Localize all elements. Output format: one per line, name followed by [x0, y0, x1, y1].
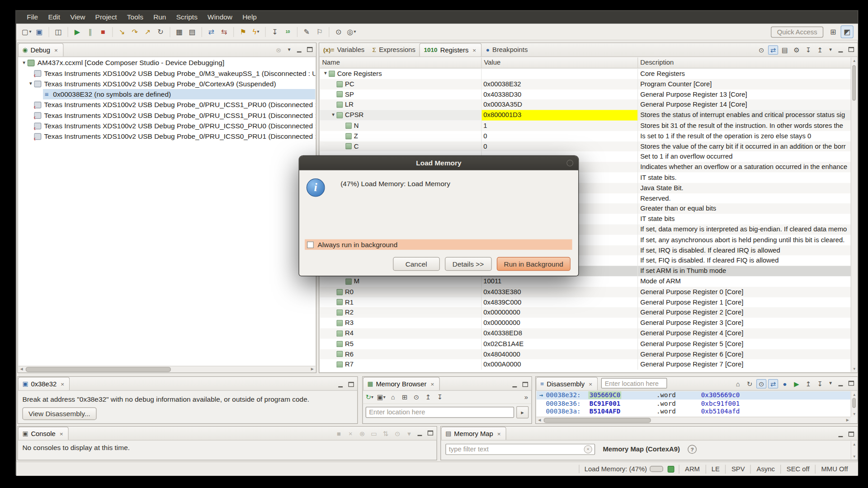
maximize-icon[interactable] [305, 47, 314, 54]
register-row[interactable]: ▼Core RegistersCore Registers [320, 69, 857, 79]
register-row[interactable]: R70x000A0000General Purpose Register 7 [… [320, 359, 857, 370]
registers-vertical-scrollbar[interactable]: ▲ ▼ [851, 57, 857, 372]
menu-item-scripts[interactable]: Scripts [171, 12, 203, 23]
column-description[interactable]: Description [638, 57, 857, 68]
search-icon[interactable]: ⊙ [333, 26, 344, 38]
run-in-background-button[interactable]: Run in Background [496, 257, 570, 271]
maximize-icon[interactable] [847, 431, 855, 438]
maximize-icon[interactable] [426, 430, 434, 437]
scroll-left-icon[interactable]: ◀ [537, 417, 543, 423]
home-icon[interactable]: ⌂ [388, 392, 398, 402]
register-row[interactable]: SP0x40338D30General Purpose Register 13 … [320, 89, 857, 100]
close-icon[interactable] [587, 381, 594, 387]
expander-icon[interactable]: ▼ [330, 110, 337, 121]
expander-icon[interactable]: ▼ [28, 81, 34, 86]
tab-console[interactable]: ▣ Console [18, 427, 69, 440]
register-row[interactable]: R20x00000000General Purpose Register 2 [… [320, 307, 857, 318]
register-row[interactable]: R50x02CB1A4EGeneral Purpose Register 5 [… [320, 338, 857, 349]
register-row[interactable]: LR0x0003A35DGeneral Purpose Register 14 … [320, 100, 857, 110]
maximize-icon[interactable] [847, 47, 855, 54]
scroll-up-icon[interactable]: ▲ [851, 391, 858, 397]
register-row[interactable]: R40x40338ED8General Purpose Register 4 [… [320, 328, 857, 338]
terminate-icon[interactable]: ■ [334, 429, 344, 438]
minimize-icon[interactable] [837, 431, 845, 438]
debug-horizontal-scrollbar[interactable]: ◀ ▶ [19, 366, 316, 372]
external-tools-icon[interactable]: ◎▾ [345, 26, 357, 38]
tab-breakpoints[interactable]: ●Breakpoints [482, 43, 532, 56]
scroll-thumb[interactable] [26, 367, 171, 372]
registers-grid-icon[interactable]: ▦ [174, 26, 185, 38]
link-debug-icon[interactable]: ⇄ [768, 45, 778, 55]
progress-bar[interactable] [650, 466, 663, 472]
expand-icon[interactable]: ↧ [815, 379, 825, 389]
debug-tree-row[interactable]: Texas Instruments XDS100v2 USB Debug Pro… [19, 131, 316, 141]
register-row[interactable]: C0Stores the value of the carry bit if i… [320, 141, 857, 152]
scroll-up-icon[interactable]: ▲ [851, 441, 858, 447]
maximize-icon[interactable] [347, 381, 355, 389]
debug-tree-row[interactable]: Texas Instruments XDS100v2 USB Debug Pro… [19, 110, 316, 120]
remove-launch-icon[interactable]: × [345, 429, 355, 438]
tab-disassembly[interactable]: ≡ Disassembly [536, 377, 598, 390]
view-disassembly-button[interactable]: View Disassembly... [22, 407, 96, 420]
scroll-left-icon[interactable]: ◀ [19, 366, 25, 372]
pin-view-icon[interactable]: ⊙ [756, 45, 766, 55]
binary-icon[interactable]: 10 [282, 26, 294, 38]
register-row[interactable]: R00x4033E380General Purpose Register 0 [… [320, 286, 857, 297]
disassembly-line[interactable]: 00038e36:BC91F001.word0xbc91f001 [537, 399, 851, 408]
export-icon[interactable]: ↥ [815, 45, 825, 55]
minimize-icon[interactable] [837, 380, 845, 387]
always-run-checkbox[interactable] [307, 241, 314, 248]
disassembly-line[interactable]: →00038e32:305669C0.word0x305669c0 [537, 391, 851, 399]
disassembly-line[interactable]: 00038e3a:B5104AFD.word0xb5104afd [537, 408, 851, 416]
import-icon[interactable]: ↧ [803, 45, 813, 55]
disassembly-vertical-scrollbar[interactable]: ▲ ▼ [851, 391, 857, 417]
terminate-icon[interactable]: ■ [97, 26, 109, 38]
tab-0x38e32[interactable]: ▣ 0x38e32 [18, 377, 70, 390]
register-row[interactable]: M10011Mode of ARM [320, 276, 857, 286]
close-icon[interactable] [472, 47, 478, 53]
new-wizard-icon-dropdown[interactable]: ▾ [29, 29, 31, 34]
close-icon[interactable] [496, 431, 502, 436]
cancel-button[interactable]: Cancel [393, 257, 440, 271]
remove-all-launches-icon[interactable]: ⊗ [357, 429, 367, 438]
tab-debug[interactable]: ◉ Debug [18, 43, 64, 56]
gear-icon[interactable]: ⚙ [792, 45, 802, 55]
pin-console-icon[interactable]: ⊙ [392, 429, 402, 438]
suspend-icon[interactable]: ∥ [84, 26, 96, 38]
link-with-debug-icon[interactable]: ⇄ [768, 379, 778, 389]
menu-item-project[interactable]: Project [90, 12, 122, 23]
run-to-line-icon[interactable]: ▶ [792, 379, 802, 389]
resume-icon[interactable]: ▶ [71, 26, 83, 38]
scroll-thumb[interactable] [852, 65, 855, 100]
menu-item-run[interactable]: Run [148, 12, 171, 23]
toolbar-overflow-icon[interactable] [524, 393, 530, 401]
tab-registers[interactable]: 1010Registers [420, 43, 482, 56]
always-run-in-background-row[interactable]: Always run in background [305, 239, 572, 250]
step-return-icon[interactable]: ↗ [142, 26, 154, 38]
close-icon[interactable] [59, 381, 66, 387]
debug-monitor-icon[interactable]: ◫ [52, 26, 64, 38]
clear-console-icon[interactable]: ▭ [369, 429, 379, 438]
minimize-icon[interactable] [337, 381, 345, 389]
disassembly-location-input[interactable] [601, 378, 667, 389]
close-icon[interactable] [53, 47, 59, 53]
memory-map-scrollbar[interactable]: ▲ ▼ [851, 441, 857, 459]
scroll-down-icon[interactable]: ▼ [851, 453, 858, 459]
maximize-icon[interactable] [521, 381, 529, 389]
save-memory-icon-dropdown[interactable]: ▾ [383, 394, 386, 399]
pin-icon[interactable]: ⊙ [411, 392, 421, 402]
go-button[interactable] [516, 406, 528, 418]
scroll-down-icon[interactable]: ▼ [851, 366, 858, 372]
refresh-icon-dropdown[interactable]: ▾ [371, 394, 373, 399]
layout-icon[interactable]: ▤ [780, 45, 790, 55]
save-icon[interactable]: ▣ [33, 26, 45, 38]
tab-variables[interactable]: (x)=Variables [319, 43, 368, 56]
expander-icon[interactable]: ▼ [21, 60, 28, 65]
view-menu-icon[interactable] [827, 47, 835, 54]
scroll-down-icon[interactable]: ▼ [851, 411, 858, 417]
refresh-icon[interactable]: ↻ [745, 379, 755, 389]
debug-tree-row[interactable]: Texas Instruments XDS100v2 USB Debug Pro… [19, 99, 316, 110]
new-target-config-icon[interactable]: ⚑ [237, 26, 249, 38]
export-icon[interactable]: ↥ [423, 392, 433, 402]
open-perspective-icon[interactable]: ⊞ [827, 26, 839, 38]
